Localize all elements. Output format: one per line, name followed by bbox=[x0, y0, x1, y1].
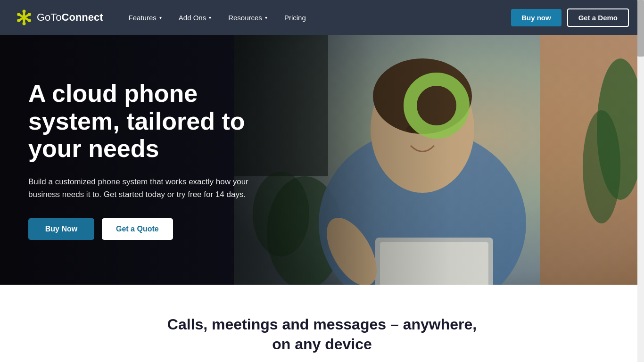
hero-subtext: Build a customized phone system that wor… bbox=[28, 175, 273, 201]
nav-pricing[interactable]: Pricing bbox=[278, 10, 313, 25]
tagline-section: Calls, meetings and messages – anywhere,… bbox=[0, 285, 644, 362]
hero-headline: A cloud phone system, tailored to your n… bbox=[28, 80, 283, 162]
svg-point-8 bbox=[28, 19, 31, 22]
tagline-line2: on any device bbox=[272, 336, 372, 353]
svg-point-4 bbox=[23, 22, 26, 25]
nav-addons[interactable]: Add Ons ▾ bbox=[172, 10, 218, 25]
hero-section: A cloud phone system, tailored to your n… bbox=[0, 35, 644, 285]
hero-buy-now-button[interactable]: Buy Now bbox=[28, 218, 94, 240]
nav-resources[interactable]: Resources ▾ bbox=[222, 10, 274, 25]
chevron-down-icon: ▾ bbox=[209, 15, 211, 20]
hero-cta-buttons: Buy Now Get a Quote bbox=[28, 218, 283, 240]
nav-buttons: Buy now Get a Demo bbox=[511, 8, 629, 27]
get-demo-button[interactable]: Get a Demo bbox=[567, 8, 629, 27]
hero-content: A cloud phone system, tailored to your n… bbox=[0, 35, 311, 285]
svg-point-3 bbox=[23, 10, 26, 13]
svg-point-7 bbox=[17, 19, 20, 22]
scrollbar-thumb[interactable] bbox=[637, 0, 644, 57]
svg-point-5 bbox=[17, 13, 20, 16]
svg-point-6 bbox=[28, 13, 31, 16]
logo-icon bbox=[15, 8, 33, 26]
logo-connect: Connect bbox=[62, 11, 103, 23]
nav-features[interactable]: Features ▾ bbox=[122, 10, 168, 25]
logo[interactable]: GoToConnect bbox=[15, 8, 103, 26]
logo-goto: GoTo bbox=[37, 11, 62, 23]
buy-now-button[interactable]: Buy now bbox=[511, 9, 561, 26]
navbar: GoToConnect Features ▾ Add Ons ▾ Resourc… bbox=[0, 0, 644, 35]
hero-get-quote-button[interactable]: Get a Quote bbox=[102, 218, 173, 240]
section-tagline: Calls, meetings and messages – anywhere,… bbox=[19, 315, 625, 354]
tagline-line1: Calls, meetings and messages – anywhere, bbox=[167, 316, 477, 333]
scrollbar-track[interactable] bbox=[637, 0, 644, 362]
hero-decoration-circle bbox=[404, 73, 470, 139]
chevron-down-icon: ▾ bbox=[265, 15, 267, 20]
nav-links: Features ▾ Add Ons ▾ Resources ▾ Pricing bbox=[122, 10, 512, 25]
chevron-down-icon: ▾ bbox=[159, 15, 162, 20]
